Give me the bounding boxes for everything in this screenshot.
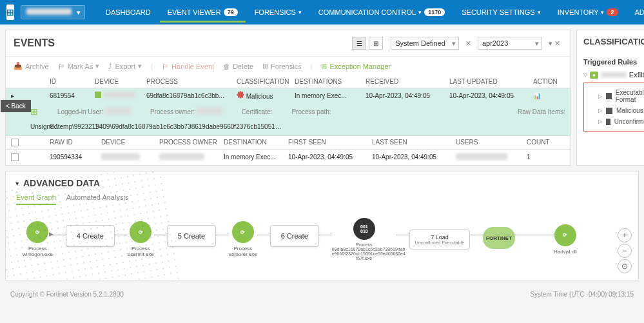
col[interactable]: PROCESS OWNER [159,139,224,146]
nav-admin[interactable]: ADMINISTRATION▲ [627,2,645,23]
graph-node[interactable]: 001010Process 69dfa8c16879ab1c6c3bb73861… [332,218,396,260]
btn-label: Handle Event [171,63,214,70]
nav-inventory[interactable]: INVENTORY▾2 [550,2,626,23]
btn-label: Forensics [271,63,302,70]
checkbox[interactable] [11,153,19,161]
nav-security[interactable]: SECURITY SETTINGS▾ [454,2,548,23]
col[interactable]: RAW ID [50,139,101,146]
process-icon: ⟳ [232,221,254,243]
graph-node[interactable]: ⟳Process winlogon.exe [23,221,53,257]
graph-node[interactable]: FORTINET [483,227,515,251]
zoom-reset-button[interactable]: ⊙ [618,259,632,273]
chevron-down-icon: ▾ [601,9,604,15]
rule-item[interactable]: ▷Executable Format - Bad Executable File… [589,87,644,105]
export-button[interactable]: ⤴ Export ▾ [108,62,142,70]
zoom-out-button[interactable]: − [618,244,632,258]
archive-button[interactable]: 📥 Archive [14,62,49,70]
nav-dashboard[interactable]: DASHBOARD [98,2,159,23]
edge-sub: Unconfirmed Executable [415,240,464,245]
zoom-in-button[interactable]: + [618,228,632,242]
class-text: Malicious [246,93,273,100]
nav-menu: DASHBOARD EVENT VIEWER79 FORENSICS▾ COMM… [98,2,644,23]
col-received[interactable]: RECEIVED [366,78,449,85]
checkbox[interactable] [11,139,19,146]
collapse-icon[interactable]: ▽ [583,72,587,78]
col[interactable]: DEVICE [101,139,159,146]
rule-text: Executable Format - Bad Executable File … [616,89,644,103]
view-list-icon[interactable]: ☰ [352,37,366,50]
markas-button[interactable]: 🏳 Mark As ▾ [58,62,100,70]
delete-button[interactable]: 🗑 Delete [223,63,253,70]
filter-dropdown-icon[interactable]: ▾ ✕ [546,39,563,48]
graph-node[interactable]: ⟳Process userinit.exe [128,221,154,257]
cell [159,153,224,161]
col[interactable]: USERS [456,139,527,146]
tab-automated-analysis[interactable]: Automated Analysis [66,193,129,205]
cell-dest: In memory Exec... [295,92,366,99]
col-id[interactable]: ID [50,78,95,85]
lbl: Logged-in User: [57,108,103,115]
rule-root-label: Exfiltration Prevention [629,71,644,79]
col[interactable]: COUNT [527,139,559,146]
system-time: System Time (UTC -04:00) 09:13:15 [530,291,634,298]
node-label: Process userinit.exe [128,246,154,257]
rule-root[interactable]: ▽ ● Exfiltration Prevention [583,71,644,79]
graph-edge-label: 4 Create [66,225,115,247]
back-button[interactable]: < Back [1,100,31,112]
nav-forensics[interactable]: FORENSICS▾ [247,2,309,23]
rule-tag: ● [590,72,598,79]
handle-button[interactable]: 🏳 Handle Event [162,63,214,70]
event-row[interactable]: ▸ 6819554 69dfa8c16879ab1c6c3bb... Malic… [6,88,571,103]
btn-label: Exception Manager [329,63,391,70]
graph-node[interactable]: ⟳Process explorer.exe [229,221,257,257]
chevron-down-icon: ▾ [298,9,302,15]
chevron-down-icon: ▾ [538,9,541,15]
col[interactable]: DESTINATION [224,139,288,146]
advanced-title: ADVANCED DATA [23,178,100,188]
subgrid-row[interactable]: 190594334 In memory Exec... 10-Apr-2023,… [6,150,571,165]
path-value: C:\temp\9923219409\69dfa8c16879ab1c6c3bb… [50,123,282,130]
clear-filter-icon[interactable]: ✕ [463,39,474,48]
action-icon[interactable]: 📊 [533,92,565,99]
nav-label: EVENT VIEWER [168,8,221,16]
row-expand-values: Unsigned C:\temp\9923219409\69dfa8c16879… [6,121,571,135]
col-updated[interactable]: LAST UPDATED [449,78,533,85]
col[interactable]: LAST SEEN [372,139,456,146]
col-device[interactable]: DEVICE [95,78,146,85]
org-selector[interactable] [21,5,85,19]
col-process[interactable]: PROCESS [146,78,237,85]
collapse-icon[interactable]: ▸ [14,182,21,186]
cell-received: 10-Apr-2023, 04:49:05 [366,92,449,99]
advanced-tabs: Event Graph Automated Analysis [16,193,628,205]
cell-process: 69dfa8c16879ab1c6c3bb... [146,92,237,99]
graph-node[interactable]: ⟳HadvaI.dll [554,224,577,255]
cell-device [95,92,146,99]
rule-item[interactable]: ▷Unconfirmed Executable - Executable Fil… [589,116,644,127]
view-grid-icon[interactable]: ⊞ [369,37,383,50]
filter-date[interactable]: apr2023 [478,37,542,50]
edge-title: 7 Load [415,234,464,240]
cell: In memory Exec... [224,153,288,161]
file-icon [606,93,612,99]
expand-icon[interactable]: ▸ [11,92,30,99]
col-action[interactable]: ACTION [533,78,565,85]
nav-comm-control[interactable]: COMMUNICATION CONTROL▾1170 [311,2,453,23]
col-classification[interactable]: CLASSIFICATION [237,78,295,85]
exception-button[interactable]: ⊞ Exception Manager [321,62,391,70]
cell: 1 [527,153,559,161]
nav-event-viewer[interactable]: EVENT VIEWER79 [160,2,246,23]
filter-system[interactable]: System Defined [391,37,459,50]
process-icon: ⟳ [130,221,151,243]
rule-item[interactable]: ▷Malicious File Detected [589,105,644,116]
cell [456,153,527,161]
graph-edge-label: 5 Create [167,225,216,247]
btn-label: Archive [25,63,49,70]
node-label: Process 69dfa8c16879ab1c6c3bb738619dab e… [332,242,396,260]
col[interactable]: FIRST SEEN [288,139,372,146]
forensics-button[interactable]: ⊞ Forensics [262,62,302,70]
file-icon [606,119,610,125]
event-graph[interactable]: ⟳Process winlogon.exe 4 Create ⟳Process … [16,218,628,260]
col-destinations[interactable]: DESTINATIONS [295,78,366,85]
tab-event-graph[interactable]: Event Graph [16,193,56,205]
lbl: Raw Data Items: [518,108,565,115]
